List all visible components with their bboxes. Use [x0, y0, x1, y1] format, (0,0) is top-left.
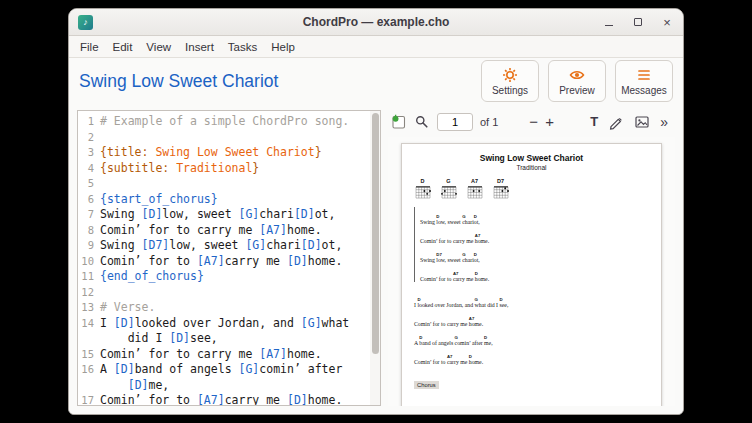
code-line: # Verse.: [100, 300, 155, 316]
editor-row[interactable]: 11{end_of_chorus}: [78, 269, 380, 285]
editor-row[interactable]: 15Comin’ for to carry me [A7]home.: [78, 347, 380, 363]
editor-row[interactable]: 1# Example of a simple ChordPro song.: [78, 114, 380, 130]
code-line: {end_of_chorus}: [100, 269, 204, 285]
pen-tool-icon[interactable]: [608, 114, 624, 130]
chord-diagram-D7: D7: [492, 178, 509, 199]
fretboard-grid-icon: [440, 185, 457, 199]
menu-edit[interactable]: Edit: [106, 39, 140, 55]
preview-label: Preview: [559, 85, 595, 96]
chord-name: D: [414, 178, 431, 184]
fretboard-grid-icon: [492, 185, 509, 199]
editor-row[interactable]: 6{start_of_chorus}: [78, 192, 380, 208]
text-select-tool[interactable]: T: [590, 114, 598, 130]
messages-label: Messages: [621, 85, 667, 96]
editor-row[interactable]: 16A [D]band of angels [G]comin’ after: [78, 362, 380, 378]
window-title: ChordPro — example.cho: [69, 15, 683, 29]
close-button[interactable]: ×: [660, 15, 674, 29]
editor-row[interactable]: 13# Verse.: [78, 300, 380, 316]
editor-row[interactable]: 10Comin’ for to [A7]carry me [D]home.: [78, 254, 380, 270]
editor-row[interactable]: 3{title: Swing Low Sweet Chariot}: [78, 145, 380, 161]
editor-row[interactable]: 9Swing [D7]low, sweet [G]chari[D]ot,: [78, 238, 380, 254]
preview-toolbar: of 1 − + T: [388, 110, 675, 134]
line-number: 17: [78, 393, 100, 406]
song-line: Swing Dlow, sweet GchariDot,: [420, 207, 651, 225]
editor-row[interactable]: 14I [D]looked over Jordan, and [G]what: [78, 316, 380, 332]
chord-name: D7: [492, 178, 509, 184]
list-icon: [636, 67, 652, 83]
code-line: # Example of a simple ChordPro song.: [100, 114, 349, 130]
editor-row[interactable]: [D]me,: [78, 378, 380, 394]
header: Swing Low Sweet Chariot Settings: [69, 58, 683, 104]
line-number: 7: [78, 207, 100, 223]
line-number: 3: [78, 145, 100, 161]
code-line: {start_of_chorus}: [100, 192, 218, 208]
source-editor[interactable]: 1# Example of a simple ChordPro song.23{…: [77, 110, 381, 406]
line-number: [78, 378, 100, 394]
image-tool-icon[interactable]: [634, 114, 650, 130]
gear-icon: [502, 67, 518, 83]
menu-insert[interactable]: Insert: [178, 39, 221, 55]
search-icon[interactable]: [414, 114, 430, 130]
line-number: 12: [78, 285, 100, 301]
editor-row[interactable]: 8Comin’ for to carry me [A7]home.: [78, 223, 380, 239]
menu-file[interactable]: File: [73, 39, 106, 55]
fretboard-grid-icon: [414, 185, 431, 199]
settings-button[interactable]: Settings: [481, 60, 539, 102]
menu-help[interactable]: Help: [264, 39, 302, 55]
menu-tasks[interactable]: Tasks: [221, 39, 264, 55]
toolbar-overflow-button[interactable]: »: [660, 114, 668, 130]
song-line: Comin’ for to A7carry me Dhome.: [420, 264, 651, 282]
zoom-out-button[interactable]: −: [529, 114, 538, 130]
chord-name: G: [440, 178, 457, 184]
app-icon: ♪: [78, 15, 93, 30]
menu-bar: FileEditViewInsertTasksHelp: [69, 36, 683, 58]
chord-diagram-D: D: [414, 178, 431, 199]
menu-view[interactable]: View: [139, 39, 178, 55]
app-window: ♪ ChordPro — example.cho × FileEditViewI…: [68, 8, 684, 415]
page-number-input[interactable]: [437, 113, 473, 131]
editor-row[interactable]: 7Swing [D]low, sweet [G]chari[D]ot,: [78, 207, 380, 223]
title-bar[interactable]: ♪ ChordPro — example.cho ×: [69, 9, 683, 36]
line-number: 4: [78, 161, 100, 177]
code-line: A [D]band of angels [G]comin’ after: [100, 362, 342, 378]
messages-button[interactable]: Messages: [615, 60, 673, 102]
page-title: Swing Low Sweet Chariot: [79, 71, 278, 92]
line-number: 6: [78, 192, 100, 208]
code-line: Comin’ for to carry me [A7]home.: [100, 347, 322, 363]
minimize-button[interactable]: [602, 15, 616, 29]
song-body: Swing Dlow, sweet GchariDot,Comin’ for t…: [412, 207, 651, 365]
song-line: A Dband of angels Gcomin’ after Dme,: [414, 328, 651, 346]
editor-row[interactable]: 4{subtitle: Traditional}: [78, 161, 380, 177]
line-number: 13: [78, 300, 100, 316]
code-line: {title: Swing Low Sweet Chariot}: [100, 145, 322, 161]
editor-row[interactable]: 17Comin’ for to [A7]carry me [D]home.: [78, 393, 380, 406]
song-line: Swing D7low, sweet GchariDot,: [420, 245, 651, 263]
song-line: Comin’ for to carry me A7home.: [420, 226, 651, 244]
editor-row[interactable]: 12: [78, 285, 380, 301]
zoom-in-button[interactable]: +: [545, 114, 554, 130]
song-line: I Dlooked over Jordan, and Gwhat did I D…: [414, 290, 651, 308]
code-line: Comin’ for to carry me [A7]home.: [100, 223, 322, 239]
preview-button[interactable]: Preview: [548, 60, 606, 102]
editor-row[interactable]: 2: [78, 130, 380, 146]
pdf-view-area[interactable]: Swing Low Sweet Chariot Traditional DGA7…: [388, 137, 675, 406]
editor-row[interactable]: did I [D]see,: [78, 331, 380, 347]
chord-diagram-A7: A7: [466, 178, 483, 199]
line-number: 15: [78, 347, 100, 363]
scrollbar-thumb[interactable]: [372, 113, 379, 354]
maximize-button[interactable]: [631, 15, 645, 29]
code-line: Comin’ for to [A7]carry me [D]home.: [100, 393, 342, 406]
song-section-verse: I Dlooked over Jordan, and Gwhat did I D…: [414, 290, 651, 365]
sidebar-toggle-icon[interactable]: [391, 114, 407, 130]
code-line: Swing [D]low, sweet [G]chari[D]ot,: [100, 207, 335, 223]
line-number: 5: [78, 176, 100, 192]
editor-row[interactable]: 5: [78, 176, 380, 192]
editor-rows[interactable]: 1# Example of a simple ChordPro song.23{…: [78, 111, 380, 406]
code-line: I [D]looked over Jordan, and [G]what: [100, 316, 349, 332]
main-area: 1# Example of a simple ChordPro song.23{…: [69, 104, 683, 414]
editor-scrollbar[interactable]: [370, 111, 380, 405]
eye-icon: [569, 67, 585, 83]
page-count-label: of 1: [480, 116, 498, 128]
line-number: 2: [78, 130, 100, 146]
chord-name: A7: [466, 178, 483, 184]
